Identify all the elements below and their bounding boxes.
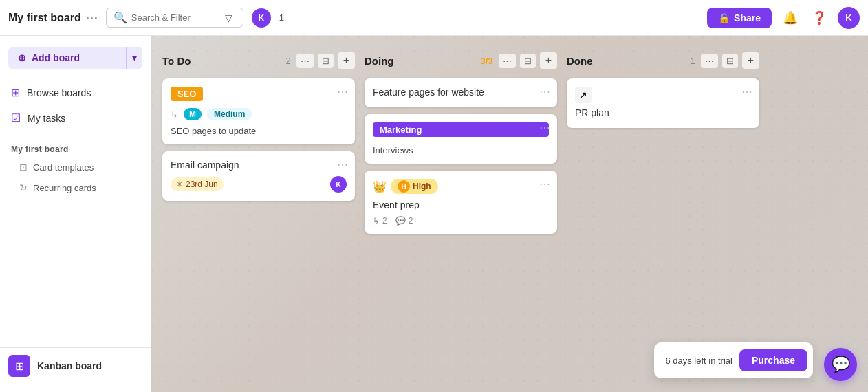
card-menu-feature[interactable]: ⋯ (539, 85, 550, 98)
column-title-todo: To Do (162, 55, 280, 67)
notifications-button[interactable]: 🔔 (780, 8, 801, 28)
lock-icon: 🔒 (718, 12, 730, 23)
column-actions-done: ⋯ ⊟ + (701, 52, 759, 69)
card-title-pr: PR plan (575, 107, 751, 118)
user-count: 1 (279, 12, 284, 23)
add-board-row: ⊕ Add board ▾ (8, 47, 142, 69)
share-label: Share (734, 12, 761, 23)
card-meta-seo: ↳ M Medium (171, 108, 347, 120)
card-title-event: Event prep (373, 199, 549, 210)
help-button[interactable]: ❓ (809, 8, 829, 28)
calendar-icon: ✳ (176, 179, 183, 189)
tasks-icon: ☑ (11, 111, 21, 124)
subtask-count-num: 2 (382, 216, 387, 226)
search-bar[interactable]: 🔍 ▽ (106, 8, 243, 28)
column-menu-todo[interactable]: ⋯ (296, 54, 314, 68)
board-menu-icon[interactable]: ⋯ (85, 10, 98, 25)
card-label-seo: SEO (171, 87, 203, 101)
board-area: To Do 2 ⋯ ⊟ + ⋯ SEO ↳ M Medium (151, 36, 868, 392)
crown-icon: 👑 (373, 180, 387, 193)
badge-high-event: H High (391, 179, 438, 194)
add-card-todo[interactable]: + (338, 52, 355, 69)
sidebar-top: ⊕ Add board ▾ (0, 44, 151, 77)
avatar[interactable]: K (252, 8, 271, 28)
column-actions-doing: ⋯ ⊟ + (499, 52, 557, 69)
sidebar-item-browse-boards[interactable]: ⊞ Browse boards (0, 80, 151, 105)
card-feature: ⋯ Feature pages for website (365, 78, 557, 107)
card-stats-event: ↳ 2 💬 2 (373, 216, 549, 226)
subtask-icon-seo: ↳ (171, 109, 178, 120)
card-menu-event[interactable]: ⋯ (539, 177, 550, 190)
card-title-feature: Feature pages for website (373, 87, 549, 98)
search-icon: 🔍 (113, 11, 127, 24)
column-doing: Doing 3/3 ⋯ ⊟ + ⋯ Feature pages for webs… (365, 50, 557, 378)
comment-count: 💬 2 (395, 216, 413, 226)
add-board-label: Add board (32, 52, 80, 63)
sidebar-sub-nav: ⊡ Card templates ↻ Recurring cards (0, 157, 151, 198)
user-avatar[interactable]: K (838, 7, 860, 29)
sidebar-item-my-tasks[interactable]: ☑ My tasks (0, 105, 151, 131)
comment-count-num: 2 (409, 216, 413, 226)
add-board-chevron-button[interactable]: ▾ (126, 47, 142, 69)
column-title-doing: Doing (365, 55, 475, 67)
column-menu-doing[interactable]: ⋯ (499, 54, 516, 68)
sidebar: ⊕ Add board ▾ ⊞ Browse boards ☑ My tasks… (0, 36, 151, 392)
add-card-done[interactable]: + (742, 52, 759, 69)
sidebar-item-label: Browse boards (27, 87, 91, 98)
column-header-done: Done 1 ⋯ ⊟ + (567, 50, 759, 72)
board-columns: To Do 2 ⋯ ⊟ + ⋯ SEO ↳ M Medium (151, 36, 868, 392)
card-title-email: Email campaign (171, 160, 347, 171)
kanban-label: Kanban board (37, 360, 102, 371)
comment-icon: 💬 (395, 216, 406, 226)
sidebar-bottom-kanban[interactable]: ⊞ Kanban board (0, 347, 151, 384)
card-email: ⋯ Email campaign ✳ 23rd Jun K (162, 151, 355, 201)
card-body-marketing: Interviews (373, 145, 549, 155)
sidebar-item-recurring-cards[interactable]: ↻ Recurring cards (0, 177, 151, 198)
column-view-doing[interactable]: ⊟ (520, 54, 536, 68)
add-board-button[interactable]: ⊕ Add board (8, 47, 126, 69)
subtask-stat-icon: ↳ (373, 216, 380, 226)
column-menu-done[interactable]: ⋯ (701, 54, 718, 68)
column-count-doing: 3/3 (481, 56, 493, 66)
card-marketing: ⋯ Marketing Interviews (365, 114, 557, 164)
priority-row-event: 👑 H High (373, 179, 549, 194)
column-header-doing: Doing 3/3 ⋯ ⊟ + (365, 50, 557, 72)
search-input[interactable] (131, 12, 221, 23)
column-view-done[interactable]: ⊟ (722, 54, 738, 68)
column-title-done: Done (567, 55, 684, 67)
sidebar-nav: ⊞ Browse boards ☑ My tasks (0, 77, 151, 133)
chat-bubble[interactable]: 💬 (824, 348, 857, 381)
column-actions-todo: ⋯ ⊟ + (296, 52, 355, 69)
card-menu-pr[interactable]: ⋯ (741, 85, 752, 98)
share-button[interactable]: 🔒 Share (707, 8, 772, 28)
date-badge-email: ✳ 23rd Jun (171, 177, 224, 191)
sidebar-item-card-templates[interactable]: ⊡ Card templates (0, 157, 151, 177)
kanban-icon: ⊞ (8, 355, 30, 377)
board-title: My first board ⋯ (8, 10, 98, 25)
purchase-button[interactable]: Purchase (739, 349, 807, 371)
card-menu-email[interactable]: ⋯ (337, 158, 348, 171)
card-label-marketing: Marketing (373, 122, 549, 137)
column-view-todo[interactable]: ⊟ (318, 54, 334, 68)
column-count-todo: 2 (285, 56, 290, 66)
chat-icon: 💬 (832, 356, 850, 373)
template-icon: ⊡ (19, 162, 28, 173)
card-menu-seo[interactable]: ⋯ (337, 85, 348, 98)
sidebar-item-label: My tasks (28, 113, 65, 124)
column-done: Done 1 ⋯ ⊟ + ⋯ ↗ PR plan (567, 50, 759, 378)
main-layout: ⊕ Add board ▾ ⊞ Browse boards ☑ My tasks… (0, 36, 868, 392)
column-header-todo: To Do 2 ⋯ ⊟ + (162, 50, 355, 72)
filter-icon[interactable]: ▽ (225, 12, 232, 23)
card-body-seo: SEO pages to update (171, 126, 347, 136)
column-todo: To Do 2 ⋯ ⊟ + ⋯ SEO ↳ M Medium (162, 50, 355, 378)
sidebar-section-title: My first board (0, 133, 151, 157)
priority-word: High (413, 182, 431, 191)
card-event: ⋯ 👑 H High Event prep ↳ 2 (365, 171, 557, 234)
card-menu-marketing[interactable]: ⋯ (539, 121, 550, 134)
date-text: 23rd Jun (186, 179, 218, 189)
badge-m-seo: M (184, 108, 202, 120)
add-card-doing[interactable]: + (540, 52, 557, 69)
card-seo: ⋯ SEO ↳ M Medium SEO pages to update (162, 78, 355, 144)
trial-text: 6 days left in trial (665, 356, 733, 366)
card-header-pr: ↗ (575, 87, 751, 103)
